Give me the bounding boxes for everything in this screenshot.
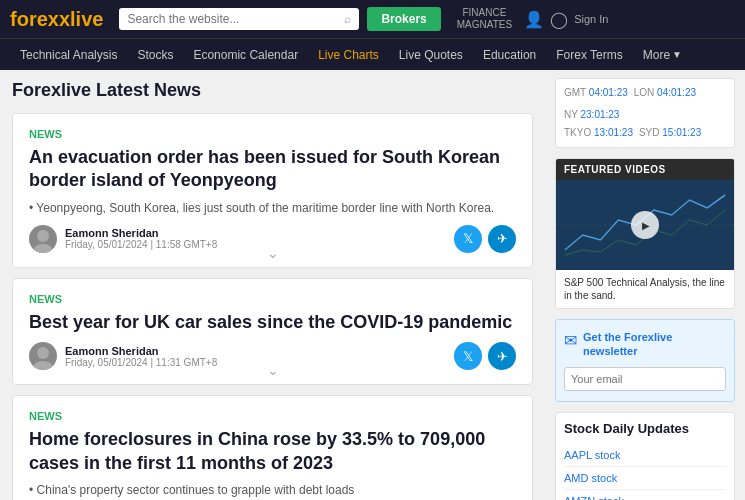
author-name-1[interactable]: Eamonn Sheridan [65, 227, 446, 239]
author-avatar-1 [29, 225, 57, 253]
city-syd: SYD [639, 127, 660, 138]
times-bar: GMT 04:01:23 LON 04:01:23 NY 23:01:23 TK… [555, 78, 735, 148]
expand-button-2[interactable]: ⌄ [267, 362, 279, 378]
author-date-2: Friday, 05/01/2024 | 11:31 GMT+8 [65, 357, 446, 368]
news-headline-2[interactable]: Best year for UK car sales since the COV… [29, 311, 516, 334]
search-box: ⌕ [119, 8, 359, 30]
nav-item-education[interactable]: Education [473, 39, 546, 71]
telegram-button-1[interactable]: ✈ [488, 225, 516, 253]
logo[interactable]: forexxlive [10, 8, 103, 31]
nav-item-forex-terms[interactable]: Forex Terms [546, 39, 632, 71]
nav-bar: Technical Analysis Stocks Economic Calen… [0, 38, 745, 70]
svg-point-3 [33, 361, 53, 370]
time-ny: 23:01:23 [581, 109, 620, 120]
city-tkyo: TKYO [564, 127, 591, 138]
svg-point-0 [37, 230, 49, 242]
logo-accent: x [59, 8, 70, 30]
play-button[interactable] [631, 211, 659, 239]
featured-videos-section: FEATURED VIDEOS S&P 500 Technical Analys… [555, 158, 735, 309]
author-info-2: Eamonn Sheridan Friday, 05/01/2024 | 11:… [65, 345, 446, 368]
featured-videos-header: FEATURED VIDEOS [556, 159, 734, 180]
author-name-2[interactable]: Eamonn Sheridan [65, 345, 446, 357]
news-card-1: News An evacuation order has been issued… [12, 113, 533, 268]
expand-button-1[interactable]: ⌄ [267, 245, 279, 261]
social-icons-1: 𝕏 ✈ [454, 225, 516, 253]
nav-item-live-charts[interactable]: Live Charts [308, 39, 389, 71]
nav-item-stocks[interactable]: Stocks [127, 39, 183, 71]
video-caption: S&P 500 Technical Analysis, the line in … [556, 270, 734, 308]
user-icon[interactable]: 👤 [524, 10, 544, 29]
logo-text1: forex [10, 8, 59, 30]
nav-item-live-quotes[interactable]: Live Quotes [389, 39, 473, 71]
news-bullet-1: • Yeonpyeong, South Korea, lies just sou… [29, 201, 516, 215]
top-bar: forexxlive ⌕ Brokers FINANCE MAGNATES 👤 … [0, 0, 745, 38]
news-bullet-3: • China's property sector continues to g… [29, 483, 516, 497]
time-gmt: 04:01:23 [589, 87, 628, 98]
newsletter-header: ✉ Get the Forexlive newsletter [564, 330, 726, 359]
svg-point-1 [33, 244, 53, 253]
time-syd: 15:01:23 [662, 127, 701, 138]
news-tag-2: News [29, 293, 516, 305]
news-card-3: News Home foreclosures in China rose by … [12, 395, 533, 500]
news-headline-3[interactable]: Home foreclosures in China rose by 33.5%… [29, 428, 516, 475]
logo-text2: live [70, 8, 103, 30]
video-thumbnail[interactable] [556, 180, 734, 270]
news-headline-1[interactable]: An evacuation order has been issued for … [29, 146, 516, 193]
twitter-button-2[interactable]: 𝕏 [454, 342, 482, 370]
social-icons-2: 𝕏 ✈ [454, 342, 516, 370]
news-tag-3: News [29, 410, 516, 422]
stock-updates-section: Stock Daily Updates AAPL stock AMD stock… [555, 412, 735, 500]
avatar-icon[interactable]: ◯ [550, 10, 568, 29]
right-sidebar: GMT 04:01:23 LON 04:01:23 NY 23:01:23 TK… [545, 70, 745, 500]
nav-item-technical-analysis[interactable]: Technical Analysis [10, 39, 127, 71]
stock-item-aapl[interactable]: AAPL stock [564, 444, 726, 467]
newsletter-title: Get the Forexlive newsletter [583, 330, 726, 359]
stock-item-amzn[interactable]: AMZN stock [564, 490, 726, 500]
twitter-button-1[interactable]: 𝕏 [454, 225, 482, 253]
search-icon: ⌕ [344, 12, 351, 26]
telegram-button-2[interactable]: ✈ [488, 342, 516, 370]
main-layout: Forexlive Latest News News An evacuation… [0, 70, 745, 500]
svg-point-2 [37, 347, 49, 359]
author-info-1: Eamonn Sheridan Friday, 05/01/2024 | 11:… [65, 227, 446, 250]
brokers-button[interactable]: Brokers [367, 7, 440, 31]
stock-item-amd[interactable]: AMD stock [564, 467, 726, 490]
news-card-2: News Best year for UK car sales since th… [12, 278, 533, 385]
city-lon: LON [634, 87, 655, 98]
newsletter-box: ✉ Get the Forexlive newsletter [555, 319, 735, 402]
top-bar-icons: 👤 ◯ Sign In [524, 10, 608, 29]
signin-button[interactable]: Sign In [574, 13, 608, 25]
nav-item-economic-calendar[interactable]: Economic Calendar [183, 39, 308, 71]
time-lon: 04:01:23 [657, 87, 696, 98]
envelope-icon: ✉ [564, 331, 577, 350]
author-avatar-2 [29, 342, 57, 370]
search-input[interactable] [127, 12, 340, 26]
chevron-down-icon: ▼ [672, 49, 682, 60]
city-gmt: GMT [564, 87, 586, 98]
author-date-1: Friday, 05/01/2024 | 11:58 GMT+8 [65, 239, 446, 250]
city-ny: NY [564, 109, 578, 120]
time-tkyo: 13:01:23 [594, 127, 633, 138]
newsletter-email-input[interactable] [564, 367, 726, 391]
news-tag-1: News [29, 128, 516, 140]
stock-updates-title: Stock Daily Updates [564, 421, 726, 436]
finance-magnates: FINANCE MAGNATES [457, 7, 512, 31]
left-content: Forexlive Latest News News An evacuation… [0, 70, 545, 500]
nav-item-more[interactable]: More ▼ [633, 39, 692, 71]
page-title: Forexlive Latest News [12, 80, 533, 101]
